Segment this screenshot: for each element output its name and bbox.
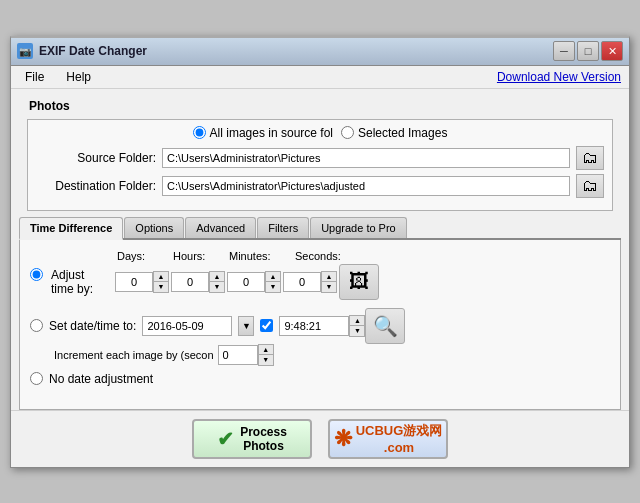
maximize-button[interactable]: □ [577,41,599,61]
increment-row: Increment each image by (secon ▲ ▼ [54,344,610,366]
process-button[interactable]: ✔ Process Photos [192,419,312,459]
days-spinbox: ▲ ▼ [115,271,165,293]
photos-section: All images in source fol Selected Images… [27,119,613,211]
check-icon: ✔ [217,427,234,451]
all-images-label: All images in source fol [210,126,333,140]
exit-watermark: ❋ [334,426,352,452]
tab-time-difference[interactable]: Time Difference [19,217,123,240]
photos-label: Photos [19,93,621,115]
folder-icon: 🗂 [582,149,598,167]
increment-spinbox: ▲ ▼ [218,344,274,366]
days-down[interactable]: ▼ [154,282,168,292]
minutes-down[interactable]: ▼ [266,282,280,292]
process-label: Process Photos [240,425,287,453]
set-datetime-row: Set date/time to: ▼ ▲ ▼ 🔍 [30,308,610,344]
increment-arrows: ▲ ▼ [258,344,274,366]
calendar-button[interactable]: ▼ [238,316,254,336]
tabs-row: Time Difference Options Advanced Filters… [19,217,621,240]
tab-filters[interactable]: Filters [257,217,309,238]
tab-upgrade[interactable]: Upgrade to Pro [310,217,407,238]
process-line2: Photos [243,439,284,453]
time-checkbox[interactable] [260,319,273,332]
seconds-arrows: ▲ ▼ [321,271,337,293]
increment-down[interactable]: ▼ [259,355,273,365]
seconds-up[interactable]: ▲ [322,272,336,282]
process-line1: Process [240,425,287,439]
time-up[interactable]: ▲ [350,316,364,326]
adjust-time-label: Adjust time by: [51,268,109,296]
no-adjust-label: No date adjustment [49,372,153,386]
all-images-option: All images in source fol [193,126,333,140]
file-menu[interactable]: File [19,68,50,86]
dest-folder-row: Destination Folder: 🗂 [36,174,604,198]
menu-bar: File Help Download New Version [11,66,629,89]
dest-label: Destination Folder: [36,179,156,193]
set-datetime-label: Set date/time to: [49,319,136,333]
folder-icon2: 🗂 [582,177,598,195]
close-button[interactable]: ✕ [601,41,623,61]
menu-left: File Help [19,68,97,86]
minutes-header: Minutes: [227,250,293,262]
title-bar: 📷 EXIF Date Changer ─ □ ✕ [11,38,629,66]
source-browse-button[interactable]: 🗂 [576,146,604,170]
window-title: EXIF Date Changer [39,44,553,58]
hours-up[interactable]: ▲ [210,272,224,282]
search-icon: 🔍 [373,314,398,338]
search-button[interactable]: 🔍 [365,308,405,344]
tab-advanced[interactable]: Advanced [185,217,256,238]
image-selection-row: All images in source fol Selected Images [36,126,604,140]
hours-down[interactable]: ▼ [210,282,224,292]
seconds-down[interactable]: ▼ [322,282,336,292]
selected-images-option: Selected Images [341,126,447,140]
bottom-bar: ✔ Process Photos ❋ UCBUG游戏网.com [11,410,629,467]
increment-input[interactable] [218,345,258,365]
exit-button[interactable]: ❋ UCBUG游戏网.com [328,419,448,459]
no-adjust-radio[interactable] [30,372,43,385]
time-spinbox: ▲ ▼ [279,315,359,337]
time-arrows: ▲ ▼ [349,315,365,337]
days-input[interactable] [115,272,153,292]
seconds-spinbox: ▲ ▼ [283,271,333,293]
hours-arrows: ▲ ▼ [209,271,225,293]
download-link[interactable]: Download New Version [497,70,621,84]
no-adjust-row: No date adjustment [30,372,610,386]
hours-input[interactable] [171,272,209,292]
hours-spinbox: ▲ ▼ [171,271,221,293]
set-datetime-radio[interactable] [30,319,43,332]
tab-options[interactable]: Options [124,217,184,238]
seconds-header: Seconds: [293,250,349,262]
minutes-input[interactable] [227,272,265,292]
app-icon: 📷 [17,43,33,59]
watermark-label: UCBUG游戏网.com [356,422,443,455]
window-controls: ─ □ ✕ [553,41,623,61]
selected-images-radio[interactable] [341,126,354,139]
dest-input[interactable] [162,176,570,196]
source-folder-row: Source Folder: 🗂 [36,146,604,170]
help-menu[interactable]: Help [60,68,97,86]
increment-up[interactable]: ▲ [259,345,273,355]
minutes-arrows: ▲ ▼ [265,271,281,293]
adjust-time-section: Days: Hours: Minutes: Seconds: Adjust ti… [51,250,610,300]
dest-browse-button[interactable]: 🗂 [576,174,604,198]
minutes-up[interactable]: ▲ [266,272,280,282]
time-field[interactable] [279,316,349,336]
days-header: Days: [115,250,171,262]
sync-button[interactable]: 🖼 [339,264,379,300]
main-window: 📷 EXIF Date Changer ─ □ ✕ File Help Down… [10,36,630,468]
days-up[interactable]: ▲ [154,272,168,282]
sync-icon: 🖼 [349,270,369,293]
time-down[interactable]: ▼ [350,326,364,336]
source-label: Source Folder: [36,151,156,165]
source-input[interactable] [162,148,570,168]
minimize-button[interactable]: ─ [553,41,575,61]
hours-header: Hours: [171,250,227,262]
adjust-time-radio[interactable] [30,268,43,281]
date-field[interactable] [142,316,232,336]
days-arrows: ▲ ▼ [153,271,169,293]
all-images-radio[interactable] [193,126,206,139]
selected-images-label: Selected Images [358,126,447,140]
increment-label: Increment each image by (secon [54,349,214,361]
tabs-area: Time Difference Options Advanced Filters… [11,211,629,410]
seconds-input[interactable] [283,272,321,292]
minutes-spinbox: ▲ ▼ [227,271,277,293]
